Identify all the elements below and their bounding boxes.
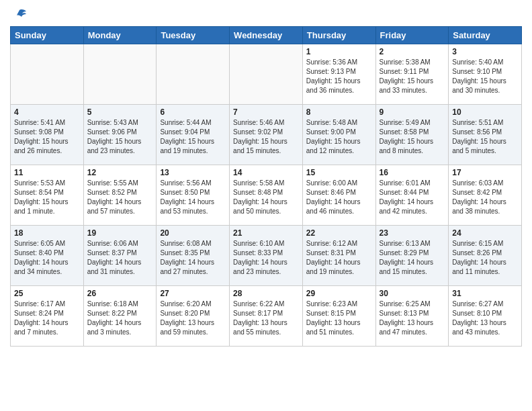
calendar-cell: 30Sunrise: 6:25 AMSunset: 8:13 PMDayligh… [375,286,449,347]
calendar-week-row: 11Sunrise: 5:53 AMSunset: 8:54 PMDayligh… [11,165,522,226]
day-number: 21 [233,228,299,238]
calendar-cell: 2Sunrise: 5:38 AMSunset: 9:11 PMDaylight… [375,44,449,105]
day-number: 19 [87,228,153,238]
day-info: Sunrise: 6:13 AMSunset: 8:29 PMDaylight:… [380,239,445,277]
calendar-cell: 3Sunrise: 5:40 AMSunset: 9:10 PMDaylight… [449,44,522,105]
day-number: 23 [380,228,445,238]
calendar-cell: 18Sunrise: 6:05 AMSunset: 8:40 PMDayligh… [11,226,84,286]
day-info: Sunrise: 6:10 AMSunset: 8:33 PMDaylight:… [233,239,299,277]
day-info: Sunrise: 6:06 AMSunset: 8:37 PMDaylight:… [87,239,153,277]
calendar-header-row: SundayMondayTuesdayWednesdayThursdayFrid… [11,27,522,44]
day-info: Sunrise: 5:41 AMSunset: 9:08 PMDaylight:… [14,118,80,156]
day-number: 24 [452,228,518,238]
day-info: Sunrise: 5:43 AMSunset: 9:06 PMDaylight:… [87,118,153,156]
day-number: 28 [233,289,299,298]
logo [10,7,28,21]
day-info: Sunrise: 5:46 AMSunset: 9:02 PMDaylight:… [233,118,299,156]
logo-bird-icon [11,9,26,21]
day-info: Sunrise: 5:44 AMSunset: 9:04 PMDaylight:… [160,118,226,156]
day-number: 25 [14,289,80,298]
day-info: Sunrise: 5:55 AMSunset: 8:52 PMDaylight:… [87,179,153,216]
day-number: 14 [233,168,299,177]
day-info: Sunrise: 6:00 AMSunset: 8:46 PMDaylight:… [306,179,372,216]
calendar-cell: 25Sunrise: 6:17 AMSunset: 8:24 PMDayligh… [11,286,84,347]
calendar-cell: 23Sunrise: 6:13 AMSunset: 8:29 PMDayligh… [375,226,449,286]
day-number: 7 [233,107,299,117]
calendar-cell: 15Sunrise: 6:00 AMSunset: 8:46 PMDayligh… [302,165,375,226]
calendar-week-row: 18Sunrise: 6:05 AMSunset: 8:40 PMDayligh… [11,226,522,286]
day-info: Sunrise: 6:27 AMSunset: 8:10 PMDaylight:… [452,300,518,337]
calendar-cell: 14Sunrise: 5:58 AMSunset: 8:48 PMDayligh… [230,165,303,226]
day-info: Sunrise: 6:01 AMSunset: 8:44 PMDaylight:… [380,179,445,216]
day-info: Sunrise: 6:18 AMSunset: 8:22 PMDaylight:… [87,300,153,337]
calendar-cell: 1Sunrise: 5:36 AMSunset: 9:13 PMDaylight… [302,44,375,105]
day-number: 15 [306,168,372,177]
weekday-header-friday: Friday [375,27,449,44]
day-number: 20 [160,228,226,238]
day-number: 2 [380,47,445,56]
calendar-cell: 9Sunrise: 5:49 AMSunset: 8:58 PMDaylight… [375,105,449,165]
weekday-header-thursday: Thursday [302,27,375,44]
calendar-cell: 12Sunrise: 5:55 AMSunset: 8:52 PMDayligh… [83,165,157,226]
calendar-week-row: 1Sunrise: 5:36 AMSunset: 9:13 PMDaylight… [11,44,522,105]
day-info: Sunrise: 6:05 AMSunset: 8:40 PMDaylight:… [14,239,80,277]
calendar-cell: 24Sunrise: 6:15 AMSunset: 8:26 PMDayligh… [449,226,522,286]
calendar-cell: 16Sunrise: 6:01 AMSunset: 8:44 PMDayligh… [375,165,449,226]
day-number: 26 [87,289,153,298]
calendar-cell: 31Sunrise: 6:27 AMSunset: 8:10 PMDayligh… [449,286,522,347]
calendar-cell: 19Sunrise: 6:06 AMSunset: 8:37 PMDayligh… [83,226,157,286]
weekday-header-monday: Monday [83,27,157,44]
day-number: 29 [306,289,372,298]
calendar-cell: 20Sunrise: 6:08 AMSunset: 8:35 PMDayligh… [157,226,230,286]
day-number: 13 [160,168,226,177]
calendar-cell: 8Sunrise: 5:48 AMSunset: 9:00 PMDaylight… [302,105,375,165]
day-info: Sunrise: 6:25 AMSunset: 8:13 PMDaylight:… [380,300,445,337]
weekday-header-saturday: Saturday [449,27,522,44]
calendar-cell: 5Sunrise: 5:43 AMSunset: 9:06 PMDaylight… [83,105,157,165]
day-number: 4 [14,107,80,117]
day-info: Sunrise: 5:56 AMSunset: 8:50 PMDaylight:… [160,179,226,216]
day-number: 8 [306,107,372,117]
calendar-cell: 6Sunrise: 5:44 AMSunset: 9:04 PMDaylight… [157,105,230,165]
calendar-cell: 7Sunrise: 5:46 AMSunset: 9:02 PMDaylight… [230,105,303,165]
calendar-week-row: 25Sunrise: 6:17 AMSunset: 8:24 PMDayligh… [11,286,522,347]
calendar-cell [230,44,303,105]
calendar-cell: 26Sunrise: 6:18 AMSunset: 8:22 PMDayligh… [83,286,157,347]
day-info: Sunrise: 6:17 AMSunset: 8:24 PMDaylight:… [14,300,80,337]
calendar-cell [11,44,84,105]
calendar-cell: 27Sunrise: 6:20 AMSunset: 8:20 PMDayligh… [157,286,230,347]
calendar-cell: 17Sunrise: 6:03 AMSunset: 8:42 PMDayligh… [449,165,522,226]
day-info: Sunrise: 6:23 AMSunset: 8:15 PMDaylight:… [306,300,372,337]
day-info: Sunrise: 5:53 AMSunset: 8:54 PMDaylight:… [14,179,80,216]
day-number: 17 [452,168,518,177]
day-number: 1 [306,47,372,56]
day-number: 3 [452,47,518,56]
calendar-table: SundayMondayTuesdayWednesdayThursdayFrid… [10,26,522,347]
day-number: 10 [452,107,518,117]
calendar-week-row: 4Sunrise: 5:41 AMSunset: 9:08 PMDaylight… [11,105,522,165]
day-info: Sunrise: 5:51 AMSunset: 8:56 PMDaylight:… [452,118,518,156]
day-number: 16 [380,168,445,177]
day-number: 30 [380,289,445,298]
page: SundayMondayTuesdayWednesdayThursdayFrid… [0,0,532,353]
day-info: Sunrise: 5:40 AMSunset: 9:10 PMDaylight:… [452,58,518,95]
day-number: 9 [380,107,445,117]
day-info: Sunrise: 6:22 AMSunset: 8:17 PMDaylight:… [233,300,299,337]
weekday-header-wednesday: Wednesday [230,27,303,44]
day-number: 31 [452,289,518,298]
calendar-cell: 11Sunrise: 5:53 AMSunset: 8:54 PMDayligh… [11,165,84,226]
day-info: Sunrise: 6:20 AMSunset: 8:20 PMDaylight:… [160,300,226,337]
day-number: 18 [14,228,80,238]
day-number: 22 [306,228,372,238]
day-number: 27 [160,289,226,298]
calendar-cell [83,44,157,105]
calendar-cell: 29Sunrise: 6:23 AMSunset: 8:15 PMDayligh… [302,286,375,347]
day-number: 12 [87,168,153,177]
day-info: Sunrise: 5:38 AMSunset: 9:11 PMDaylight:… [380,58,445,95]
day-number: 11 [14,168,80,177]
day-info: Sunrise: 6:15 AMSunset: 8:26 PMDaylight:… [452,239,518,277]
day-info: Sunrise: 6:03 AMSunset: 8:42 PMDaylight:… [452,179,518,216]
weekday-header-tuesday: Tuesday [157,27,230,44]
calendar-cell: 21Sunrise: 6:10 AMSunset: 8:33 PMDayligh… [230,226,303,286]
day-number: 5 [87,107,153,117]
